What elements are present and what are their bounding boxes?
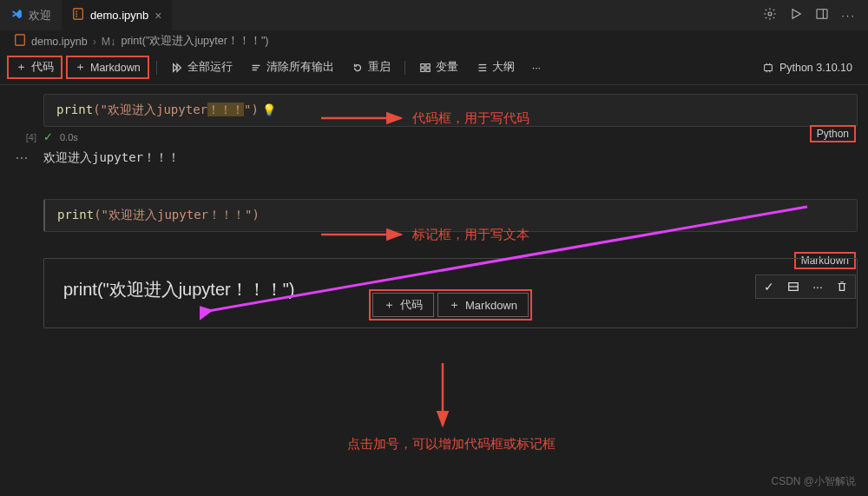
outline-button[interactable]: 大纲 [469,57,522,77]
divider [156,61,157,75]
chevron-right-icon: › [93,36,96,48]
execution-count: [4] [7,127,43,142]
svg-rect-16 [420,68,424,71]
tab-welcome[interactable]: 欢迎 [0,0,62,30]
close-icon[interactable]: × [155,9,161,23]
tab-label: demo.ipynb [90,9,148,22]
svg-marker-9 [173,63,176,71]
insert-markdown-button[interactable]: ＋ Markdown [437,293,529,317]
breadcrumb-symbol: print("欢迎进入jupyter！！！") [121,34,268,49]
markdown-cell-rendered[interactable]: print("欢迎进入jupyter！！！") ＋ 代码 ＋ Markdown [43,258,858,328]
variables-button[interactable]: 变量 [412,57,465,77]
add-code-button[interactable]: ＋ 代码 [7,56,62,79]
clear-output-button[interactable]: 清除所有输出 [243,57,341,77]
panel-icon[interactable] [815,7,829,23]
svg-point-4 [768,12,772,16]
add-markdown-button[interactable]: ＋ Markdown [66,56,149,79]
restart-button[interactable]: 重启 [345,57,398,77]
annotation: 点击加号，可以增加代码框或标记框 [347,436,556,453]
svg-rect-6 [817,10,827,19]
divider [404,61,405,75]
markdown-cell-editor[interactable]: print("欢迎进入jupyter！！！") [43,199,858,232]
run-icon[interactable] [789,7,803,23]
tab-demo-ipynb[interactable]: demo.ipynb × [62,0,172,30]
svg-rect-21 [765,64,773,70]
lightbulb-icon[interactable]: 💡 [262,103,276,116]
insert-code-button[interactable]: ＋ 代码 [372,293,434,317]
vscode-icon [10,8,23,23]
svg-point-2 [76,13,77,15]
code-cell[interactable]: print("欢迎进入jupyter！！！")💡 [43,94,858,127]
toolbar-more-button[interactable]: ··· [525,59,548,76]
cell-output: 欢迎进入jupyter！！！ [43,147,858,176]
watermark: CSDN @小智解说 [771,474,856,489]
check-icon: ✓ [43,130,53,143]
settings-icon[interactable] [763,7,777,23]
plus-icon: ＋ [449,297,460,313]
execution-count [7,94,43,116]
plus-icon: ＋ [16,60,27,75]
svg-point-1 [76,11,77,13]
execution-status: ✓ 0.0s [43,127,858,145]
svg-point-3 [76,16,77,17]
svg-rect-0 [74,9,83,19]
kernel-label: Python 3.10.10 [779,62,852,74]
breadcrumb[interactable]: demo.ipynb › M↓ print("欢迎进入jupyter！！！") [0,30,868,52]
cell-language-label[interactable]: Python [810,125,856,142]
markdown-icon: M↓ [102,36,116,48]
notebook-toolbar: ＋ 代码 ＋ Markdown 全部运行 清除所有输出 重启 变量 大纲 ···… [0,52,868,85]
cell-more-button[interactable]: ··· [7,147,43,167]
kernel-selector[interactable]: Python 3.10.10 [762,62,861,74]
run-all-button[interactable]: 全部运行 [164,57,240,77]
svg-rect-14 [420,63,424,67]
notebook-icon [14,34,26,49]
plus-icon: ＋ [384,297,395,313]
tab-label: 欢迎 [29,8,51,23]
breadcrumb-file: demo.ipynb [31,36,88,48]
svg-rect-8 [16,35,25,45]
svg-rect-17 [426,68,430,71]
more-icon[interactable]: ··· [841,9,856,22]
svg-rect-15 [426,63,430,67]
plus-icon: ＋ [75,60,86,75]
notebook-icon [72,8,84,23]
svg-marker-5 [792,10,800,19]
